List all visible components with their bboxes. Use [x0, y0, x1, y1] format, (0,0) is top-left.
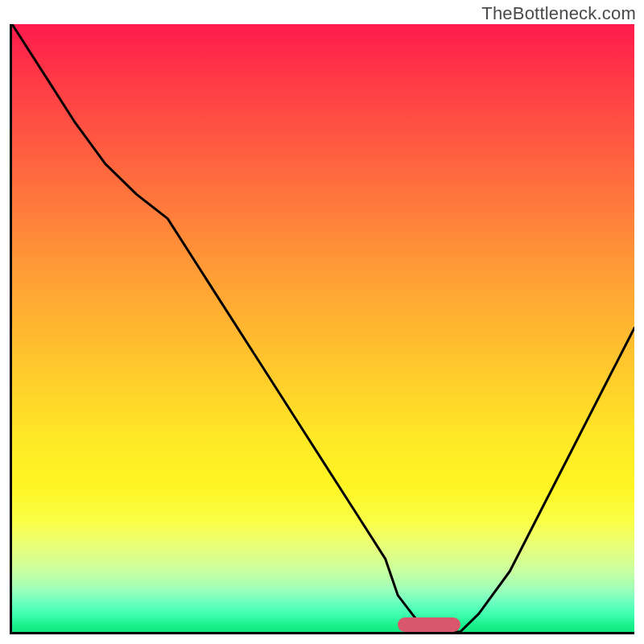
plot-area: [10, 24, 634, 634]
optimum-marker: [398, 617, 460, 632]
watermark-text: TheBottleneck.com: [481, 3, 636, 24]
bottleneck-curve: [12, 24, 634, 632]
